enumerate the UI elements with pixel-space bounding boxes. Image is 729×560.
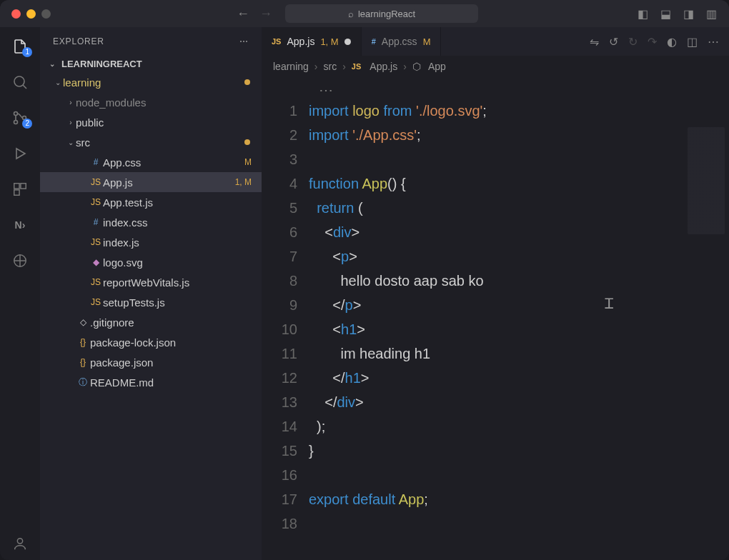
code-line[interactable]: import './App.css'; bbox=[309, 123, 729, 147]
sidebar: EXPLORER ⋯ ⌄ LEARNINGREACT ⌄learning›nod… bbox=[40, 27, 262, 560]
run-icon[interactable]: ↻ bbox=[628, 35, 638, 49]
layout-panel-icon[interactable]: ⬓ bbox=[659, 7, 672, 20]
sidebar-more-icon[interactable]: ⋯ bbox=[239, 36, 249, 46]
tab-label: App.js bbox=[287, 36, 314, 47]
close-icon[interactable] bbox=[11, 9, 21, 19]
file-icon: JS bbox=[89, 297, 103, 307]
breadcrumb-item[interactable]: src bbox=[324, 61, 337, 72]
split-icon[interactable]: ◫ bbox=[687, 35, 698, 49]
file-icon: ⓘ bbox=[76, 376, 90, 389]
chevron-down-icon: ⌄ bbox=[47, 60, 57, 68]
file-row[interactable]: JSsetupTests.js bbox=[40, 292, 262, 312]
more-icon[interactable]: ⋯ bbox=[708, 35, 719, 49]
forward-icon[interactable]: → bbox=[259, 6, 272, 21]
maximize-icon[interactable] bbox=[41, 9, 51, 19]
debug-icon[interactable] bbox=[11, 144, 29, 163]
editor-tab[interactable]: JSApp.js1, M bbox=[262, 27, 362, 56]
file-row[interactable]: #App.cssM bbox=[40, 152, 262, 172]
breadcrumb-item[interactable]: App bbox=[428, 61, 446, 72]
file-row[interactable]: ⌄src bbox=[40, 132, 262, 152]
code-line[interactable]: } bbox=[309, 439, 729, 463]
scm-badge: 2 bbox=[22, 119, 32, 129]
file-tree: ⌄learning›node_modules›public⌄src#App.cs… bbox=[40, 72, 262, 560]
explorer-icon[interactable]: 1 bbox=[11, 37, 29, 56]
scm-icon[interactable]: 2 bbox=[11, 109, 29, 127]
file-icon: ◇ bbox=[76, 317, 90, 327]
search-activity-icon[interactable] bbox=[11, 73, 29, 91]
preview-icon[interactable]: ◐ bbox=[667, 35, 677, 49]
code-line[interactable]: </p> bbox=[309, 293, 729, 317]
file-row[interactable]: JSreportWebVitals.js bbox=[40, 272, 262, 292]
code-line[interactable]: <p> bbox=[309, 244, 729, 269]
file-row[interactable]: ◇.gitignore bbox=[40, 312, 262, 332]
code-line[interactable]: export default App; bbox=[309, 487, 729, 511]
code-line[interactable]: function App() { bbox=[309, 171, 729, 196]
source[interactable]: import logo from './logo.svg';import './… bbox=[309, 77, 729, 560]
remote-icon[interactable] bbox=[11, 251, 29, 270]
traffic-lights bbox=[11, 9, 51, 19]
code-line[interactable]: im heading h1 bbox=[309, 341, 729, 366]
breadcrumb[interactable]: learning›src›JSApp.js›⬡App bbox=[262, 56, 729, 77]
workspace-root[interactable]: ⌄ LEARNINGREACT bbox=[40, 56, 262, 72]
svg-point-2 bbox=[14, 121, 18, 124]
file-row[interactable]: {}package.json bbox=[40, 352, 262, 372]
titlebar: ← → ⌕ learningReact ◧ ⬓ ◨ ▥ bbox=[0, 0, 729, 27]
code-line[interactable]: import logo from './logo.svg'; bbox=[309, 99, 729, 123]
diff-icon[interactable]: ↷ bbox=[648, 35, 657, 49]
revert-icon[interactable]: ↺ bbox=[609, 35, 618, 49]
layout-primary-icon[interactable]: ◧ bbox=[636, 7, 649, 20]
breadcrumb-item[interactable]: learning bbox=[273, 61, 309, 72]
svg-point-0 bbox=[14, 76, 24, 86]
file-icon: JS bbox=[352, 62, 361, 71]
file-row[interactable]: ◆logo.svg bbox=[40, 252, 262, 272]
file-icon: JS bbox=[89, 197, 103, 207]
code-line[interactable]: hello dosto aap sab ko bbox=[309, 269, 729, 293]
code-line[interactable]: <div> bbox=[309, 220, 729, 244]
code-area[interactable]: 123456789101112131415161718 ⋯import logo… bbox=[262, 77, 729, 560]
file-status: M bbox=[244, 157, 252, 167]
file-row[interactable]: {}package-lock.json bbox=[40, 332, 262, 352]
code-line[interactable]: <h1> bbox=[309, 317, 729, 341]
tab-bar: JSApp.js1, M#App.cssM⇋↺↻↷◐◫⋯ bbox=[262, 27, 729, 56]
file-row[interactable]: JSindex.js bbox=[40, 232, 262, 252]
file-name: logo.svg bbox=[103, 256, 262, 269]
search-input[interactable]: ⌕ learningReact bbox=[285, 4, 478, 23]
code-line[interactable]: return ( bbox=[309, 196, 729, 220]
minimize-icon[interactable] bbox=[26, 9, 36, 19]
file-icon: JS bbox=[89, 177, 103, 187]
file-name: public bbox=[76, 116, 262, 129]
file-icon: JS bbox=[89, 237, 103, 247]
minimap[interactable] bbox=[688, 127, 725, 234]
file-row[interactable]: ⓘREADME.md bbox=[40, 372, 262, 392]
breadcrumb-item[interactable]: App.js bbox=[370, 61, 397, 72]
file-name: index.js bbox=[103, 236, 262, 249]
layout-custom-icon[interactable]: ▥ bbox=[705, 7, 718, 20]
layout-secondary-icon[interactable]: ◨ bbox=[682, 7, 695, 20]
file-icon: # bbox=[372, 37, 376, 46]
modified-dot-icon bbox=[244, 79, 250, 85]
code-line[interactable] bbox=[309, 511, 729, 536]
file-row[interactable]: JSApp.test.js bbox=[40, 192, 262, 212]
tab-status: 1, M bbox=[320, 36, 338, 47]
code-line[interactable]: ); bbox=[309, 414, 729, 439]
nx-icon[interactable]: N› bbox=[11, 216, 29, 234]
text-cursor-icon: Ꮖ bbox=[605, 291, 614, 316]
file-name: learning bbox=[63, 76, 244, 89]
file-row[interactable]: ⌄learning bbox=[40, 72, 262, 92]
code-line[interactable] bbox=[309, 463, 729, 487]
workspace-name: LEARNINGREACT bbox=[61, 59, 142, 69]
extensions-icon[interactable] bbox=[11, 180, 29, 199]
code-line[interactable]: </h1> bbox=[309, 366, 729, 390]
file-row[interactable]: ›public bbox=[40, 112, 262, 132]
chevron-icon: › bbox=[66, 119, 76, 126]
file-row[interactable]: #index.css bbox=[40, 212, 262, 232]
code-line[interactable] bbox=[309, 147, 729, 171]
back-icon[interactable]: ← bbox=[237, 6, 249, 21]
account-icon[interactable] bbox=[11, 534, 29, 553]
editor-tab[interactable]: #App.cssM bbox=[362, 27, 442, 56]
compare-icon[interactable]: ⇋ bbox=[590, 35, 599, 49]
file-row[interactable]: ›node_modules bbox=[40, 92, 262, 112]
search-placeholder: learningReact bbox=[358, 9, 415, 19]
file-row[interactable]: JSApp.js1, M bbox=[40, 172, 262, 192]
code-line[interactable]: </div> bbox=[309, 390, 729, 414]
